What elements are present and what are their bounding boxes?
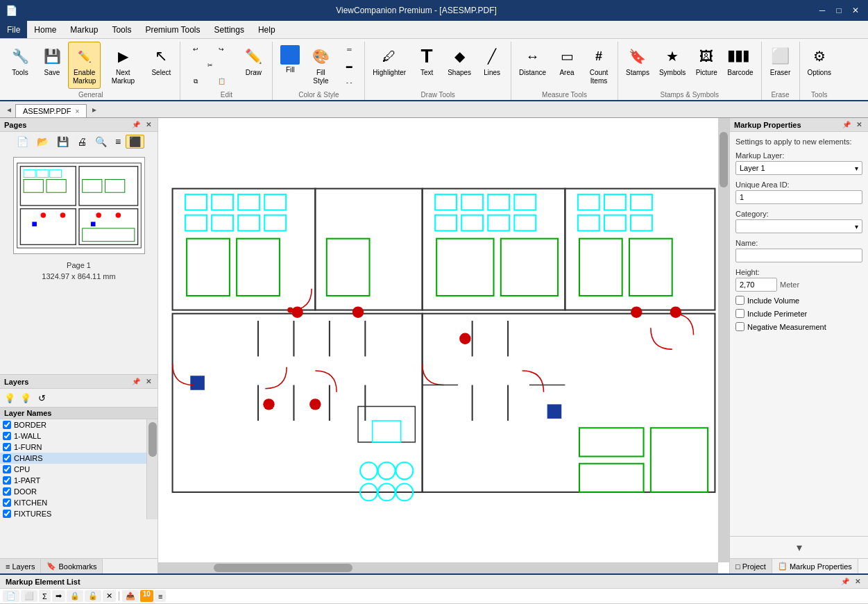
tab-layers[interactable]: ≡ Layers [0, 559, 41, 573]
copy-button[interactable]: ⧉ [183, 74, 208, 89]
layer-item-kitchen[interactable]: KITCHEN [0, 497, 146, 508]
barcode-button[interactable]: ▊▊▋ Barcode [722, 42, 758, 89]
page-list-button[interactable]: ≡ [112, 135, 124, 149]
layer-item-border[interactable]: BORDER [0, 419, 146, 430]
markup-list-close-button[interactable]: ✕ [853, 577, 862, 586]
fill-style-button[interactable]: 🎨 FillStyle [305, 42, 337, 89]
cut-button[interactable]: ✂ [183, 58, 237, 73]
tab-nav-right[interactable]: ▸ [88, 102, 101, 117]
layer-visible-button[interactable]: 💡 [3, 391, 17, 405]
menu-home[interactable]: Home [27, 21, 63, 38]
document-tab[interactable]: ASESMP.PDF × [15, 104, 87, 117]
layer-item-cpu[interactable]: CPU [0, 464, 146, 475]
close-button[interactable]: ✕ [849, 3, 862, 17]
menu-tools[interactable]: Tools [105, 21, 138, 38]
layer-item-1furn[interactable]: 1-FURN [0, 442, 146, 453]
next-markup-button[interactable]: ▶ Next Markup [101, 42, 145, 89]
layer-item-door[interactable]: DOOR [0, 486, 146, 497]
tab-project[interactable]: □ Project [730, 559, 772, 573]
stamps-button[interactable]: 🔖 Stamps [621, 42, 654, 89]
eraser-button[interactable]: ⬜ Eraser [765, 42, 797, 89]
undo-button[interactable]: ↩ [183, 42, 208, 57]
tab-close-button[interactable]: × [76, 108, 80, 115]
footer-arrow-button[interactable]: ▾ [791, 539, 808, 555]
markup-layer-select[interactable]: Layer 1 [735, 161, 862, 175]
save-button[interactable]: 💾 Save [36, 42, 68, 89]
layer-1furn-checkbox[interactable] [3, 443, 11, 451]
area-button[interactable]: ▭ Area [551, 42, 583, 89]
layer-item-chairs[interactable]: CHAIRS [0, 453, 146, 464]
line-weight-button[interactable]: ▬ [337, 58, 361, 74]
shapes-button[interactable]: ◆ Shapes [443, 42, 476, 89]
menu-markup[interactable]: Markup [63, 21, 105, 38]
page-thumb-button[interactable]: 🔍 [92, 135, 110, 149]
page-save-button[interactable]: 💾 [53, 135, 72, 149]
layer-chairs-checkbox[interactable] [3, 454, 11, 462]
count-items-button[interactable]: # CountItems [583, 42, 615, 89]
layers-pin-button[interactable]: 📌 [130, 377, 142, 386]
menu-premium-tools[interactable]: Premium Tools [138, 21, 207, 38]
menu-file[interactable]: File [0, 21, 27, 38]
category-select[interactable] [735, 219, 862, 233]
options-button[interactable]: ⚙ Options [803, 42, 836, 89]
dash-button[interactable]: - - [337, 75, 361, 90]
layer-cpu-checkbox[interactable] [3, 465, 11, 473]
layer-item-1part[interactable]: 1-PART [0, 475, 146, 486]
markup-list-unlock-button[interactable]: 🔓 [85, 590, 101, 602]
markup-list-filter-button[interactable]: ≡ [155, 590, 166, 602]
layer-1part-checkbox[interactable] [3, 476, 11, 485]
tab-bookmarks[interactable]: 🔖 Bookmarks [41, 559, 103, 573]
minimize-button[interactable]: ─ [815, 3, 829, 17]
height-input[interactable] [735, 278, 777, 292]
line-style-button[interactable]: ═ [337, 42, 361, 57]
tab-nav-left[interactable]: ◂ [3, 102, 15, 117]
pages-pin-button[interactable]: 📌 [130, 120, 142, 129]
page-thumbnail[interactable] [13, 157, 145, 254]
unique-area-id-input[interactable] [735, 190, 862, 204]
draw-button[interactable]: ✏️ Draw [237, 42, 269, 89]
menu-help[interactable]: Help [251, 21, 282, 38]
layer-fixtures-checkbox[interactable] [3, 510, 11, 518]
paste-button[interactable]: 📋 [209, 74, 234, 89]
lines-button[interactable]: ╱ Lines [476, 42, 508, 89]
markup-list-new-button[interactable]: 📄 [3, 590, 19, 602]
tab-markup-properties[interactable]: 📋 Markup Properties [772, 559, 858, 573]
negative-measurement-checkbox[interactable] [735, 322, 744, 331]
markup-props-close-button[interactable]: ✕ [854, 120, 864, 129]
highlighter-button[interactable]: 🖊 Highlighter [368, 42, 411, 89]
markup-list-pin-button[interactable]: 📌 [839, 577, 851, 586]
markup-list-export-button[interactable]: 📤 [122, 590, 139, 602]
layer-reset-button[interactable]: ↺ [35, 391, 49, 405]
page-print-button[interactable]: 🖨 [74, 135, 90, 149]
layer-item-1wall[interactable]: 1-WALL [0, 430, 146, 442]
layer-door-checkbox[interactable] [3, 487, 11, 496]
page-new-button[interactable]: 📄 [13, 135, 32, 149]
layer-eye-off-button[interactable]: 💡 [19, 391, 33, 405]
tools-button[interactable]: 🔧 Tools [4, 42, 36, 89]
pages-close-button[interactable]: ✕ [144, 120, 153, 129]
markup-list-sum-button[interactable]: Σ [39, 590, 51, 602]
menu-settings[interactable]: Settings [207, 21, 251, 38]
redo-button[interactable]: ↪ [209, 42, 234, 57]
horizontal-scrollbar-thumb[interactable] [214, 564, 352, 572]
text-button[interactable]: T Text [411, 42, 443, 89]
vertical-scrollbar[interactable] [718, 118, 729, 562]
restore-button[interactable]: □ [832, 3, 846, 17]
markup-list-move-button[interactable]: ➡ [52, 590, 65, 602]
markup-list-select-button[interactable]: ⬜ [21, 590, 37, 602]
distance-button[interactable]: ↔ Distance [514, 42, 551, 89]
horizontal-scrollbar[interactable] [158, 562, 718, 573]
markup-props-pin-button[interactable]: 📌 [840, 120, 853, 129]
page-active-button[interactable]: ⬛ [126, 135, 144, 149]
markup-list-lock-button[interactable]: 🔒 [67, 590, 83, 602]
picture-button[interactable]: 🖼 Picture [690, 42, 722, 89]
markup-list-delete-button[interactable]: ✕ [103, 590, 116, 602]
vertical-scrollbar-thumb[interactable] [720, 132, 728, 187]
layer-item-fixtures[interactable]: FIXTURES [0, 508, 146, 519]
layer-border-checkbox[interactable] [3, 421, 11, 429]
symbols-button[interactable]: ★ Symbols [654, 42, 690, 89]
include-perimeter-checkbox[interactable] [735, 309, 744, 318]
canvas-area[interactable] [158, 118, 729, 573]
page-open-button[interactable]: 📂 [33, 135, 52, 149]
layer-1wall-checkbox[interactable] [3, 432, 11, 440]
